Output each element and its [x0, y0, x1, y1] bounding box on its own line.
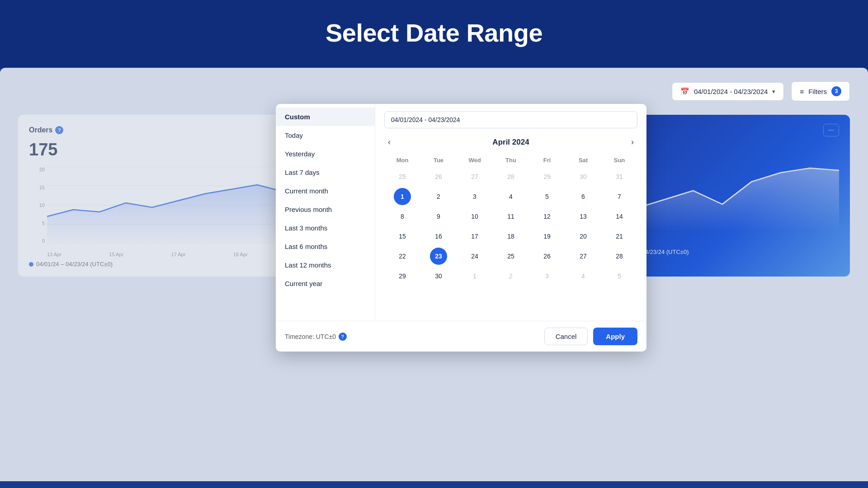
cal-day-8[interactable]: 8 — [394, 208, 411, 225]
timezone-info-icon: ? — [339, 333, 347, 341]
card-dimmed-overlay — [18, 115, 321, 277]
days-of-week-row: Mon Tue Wed Thu Fri Sat Sun — [384, 155, 637, 165]
calendar-grid: Mon Tue Wed Thu Fri Sat Sun 25 26 27 28 — [384, 155, 637, 286]
filters-button[interactable]: ≡ Filters 3 — [791, 81, 850, 101]
preset-last6months[interactable]: Last 6 months — [276, 237, 375, 256]
cal-day-9[interactable]: 9 — [430, 208, 447, 225]
cal-day-5[interactable]: 5 — [538, 188, 556, 205]
cal-day-6[interactable]: 6 — [575, 188, 592, 205]
top-bar: 📅 04/01/2024 - 04/23/2024 ▾ ≡ Filters 3 — [18, 81, 850, 101]
footer-actions: Cancel Apply — [544, 328, 637, 345]
cal-day-14[interactable]: 14 — [611, 208, 628, 225]
cal-day-12[interactable]: 12 — [538, 208, 556, 225]
date-range-input[interactable] — [384, 111, 637, 128]
cal-day[interactable]: 1 — [466, 267, 483, 285]
cal-day-17[interactable]: 17 — [466, 228, 483, 245]
apply-button[interactable]: Apply — [593, 328, 637, 345]
cal-day[interactable]: 4 — [575, 267, 592, 285]
cal-day-24[interactable]: 24 — [466, 248, 483, 265]
cal-week-2: 1 2 3 4 5 6 7 — [384, 187, 637, 206]
cal-day-22[interactable]: 22 — [394, 248, 411, 265]
preset-last3months[interactable]: Last 3 months — [276, 219, 375, 237]
page-header: Select Date Range — [0, 0, 868, 68]
calendar-month-year: April 2024 — [492, 138, 529, 147]
preset-yesterday[interactable]: Yesterday — [276, 145, 375, 163]
filters-count-badge: 3 — [831, 86, 841, 96]
cal-day-30[interactable]: 30 — [430, 267, 447, 285]
cal-week-6: 29 30 1 2 3 4 5 — [384, 267, 637, 286]
cal-day-1[interactable]: 1 — [394, 188, 411, 205]
cal-day-26[interactable]: 26 — [538, 248, 556, 265]
dropdown-body: Custom Today Yesterday Last 7 days Curre… — [276, 104, 646, 321]
dow-fri: Fri — [529, 155, 565, 165]
cal-day[interactable]: 28 — [502, 168, 519, 185]
preset-current-year[interactable]: Current year — [276, 274, 375, 293]
prev-month-button[interactable]: ‹ — [384, 136, 394, 149]
calendar-icon: 📅 — [680, 87, 689, 96]
cal-day[interactable]: 26 — [430, 168, 447, 185]
preset-current-month[interactable]: Current month — [276, 182, 375, 200]
filters-label: Filters — [808, 88, 827, 95]
date-range-label: 04/01/2024 - 04/23/2024 — [694, 88, 768, 95]
cal-day-23[interactable]: 23 — [430, 248, 447, 265]
calendar-header: ‹ April 2024 › — [384, 136, 637, 149]
cal-day-18[interactable]: 18 — [502, 228, 519, 245]
cal-day-11[interactable]: 11 — [502, 208, 519, 225]
cal-day[interactable]: 25 — [394, 168, 411, 185]
dropdown-footer: Timezone: UTC±0 ? Cancel Apply — [276, 321, 646, 352]
cal-day-21[interactable]: 21 — [611, 228, 628, 245]
cal-day-15[interactable]: 15 — [394, 228, 411, 245]
cal-day-13[interactable]: 13 — [575, 208, 592, 225]
cal-week-1: 25 26 27 28 29 30 31 — [384, 167, 637, 186]
cal-day-16[interactable]: 16 — [430, 228, 447, 245]
timezone-label: Timezone: UTC±0 ? — [285, 333, 347, 341]
calendar-panel: ‹ April 2024 › Mon Tue Wed Thu Fri Sat S… — [375, 104, 646, 321]
cal-day-7[interactable]: 7 — [611, 188, 628, 205]
cal-day[interactable]: 29 — [538, 168, 556, 185]
date-range-dropdown: Custom Today Yesterday Last 7 days Curre… — [276, 104, 646, 352]
preset-last12months[interactable]: Last 12 months — [276, 256, 375, 274]
cal-day[interactable]: 30 — [575, 168, 592, 185]
cal-day[interactable]: 5 — [611, 267, 628, 285]
cal-day[interactable]: 3 — [538, 267, 556, 285]
cal-week-4: 15 16 17 18 19 20 21 — [384, 227, 637, 246]
cal-day-27[interactable]: 27 — [575, 248, 592, 265]
dow-sun: Sun — [601, 155, 637, 165]
cal-day[interactable]: 2 — [502, 267, 519, 285]
cal-day-4[interactable]: 4 — [502, 188, 519, 205]
preset-custom[interactable]: Custom — [276, 108, 375, 126]
dow-mon: Mon — [384, 155, 420, 165]
cal-week-5: 22 23 24 25 26 27 28 — [384, 247, 637, 266]
cal-week-3: 8 9 10 11 12 13 14 — [384, 207, 637, 226]
cancel-button[interactable]: Cancel — [544, 328, 588, 345]
date-range-button[interactable]: 📅 04/01/2024 - 04/23/2024 ▾ — [672, 82, 784, 101]
cal-day-28[interactable]: 28 — [611, 248, 628, 265]
preset-previous-month[interactable]: Previous month — [276, 200, 375, 219]
cal-day[interactable]: 27 — [466, 168, 483, 185]
preset-last7days[interactable]: Last 7 days — [276, 163, 375, 182]
dow-thu: Thu — [493, 155, 529, 165]
preset-list: Custom Today Yesterday Last 7 days Curre… — [276, 104, 375, 321]
filter-icon: ≡ — [800, 88, 804, 95]
main-content: 📅 04/01/2024 - 04/23/2024 ▾ ≡ Filters 3 … — [0, 68, 868, 481]
preset-today[interactable]: Today — [276, 126, 375, 145]
cal-day-25[interactable]: 25 — [502, 248, 519, 265]
chevron-down-icon: ▾ — [772, 88, 775, 95]
cal-day[interactable]: 31 — [611, 168, 628, 185]
cal-day-2[interactable]: 2 — [430, 188, 447, 205]
dow-sat: Sat — [565, 155, 601, 165]
cal-day-10[interactable]: 10 — [466, 208, 483, 225]
next-month-button[interactable]: › — [627, 136, 637, 149]
orders-card-1: Orders ? ··· 175 20 15 10 5 0 — [18, 115, 321, 277]
cal-day-19[interactable]: 19 — [538, 228, 556, 245]
dow-wed: Wed — [457, 155, 493, 165]
dow-tue: Tue — [420, 155, 457, 165]
cal-day-29[interactable]: 29 — [394, 267, 411, 285]
cal-day-20[interactable]: 20 — [575, 228, 592, 245]
cal-day-3[interactable]: 3 — [466, 188, 483, 205]
page-title: Select Date Range — [0, 18, 868, 47]
